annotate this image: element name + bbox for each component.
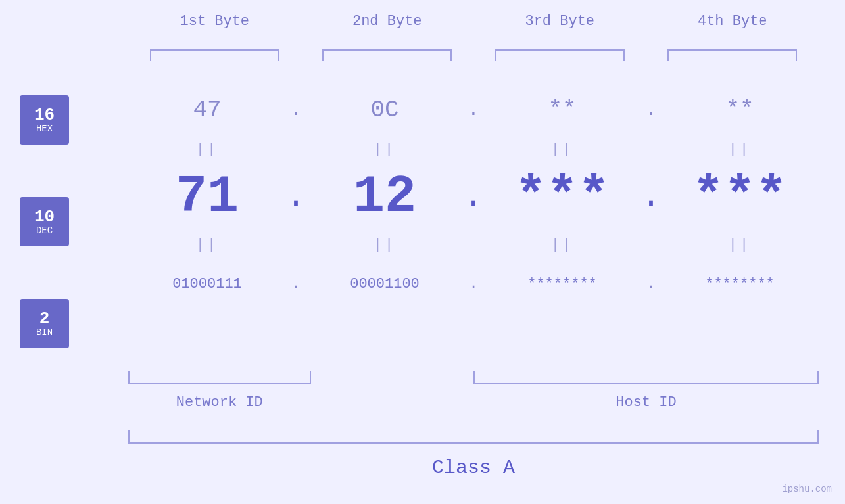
eq1-b2: || [306, 141, 464, 158]
eq2-b4: || [661, 237, 819, 253]
host-bracket [473, 371, 819, 384]
byte4-header: 4th Byte [646, 13, 819, 30]
watermark: ipshu.com [782, 484, 832, 494]
eq2-spacer3 [641, 230, 661, 260]
eq1-spacer3 [641, 135, 661, 164]
top-bracket-2 [322, 49, 452, 61]
byte2-header: 2nd Byte [301, 13, 474, 30]
hex-badge: 16 HEX [20, 95, 69, 145]
top-bracket-3 [495, 49, 625, 61]
dec-dot2: . [464, 181, 483, 214]
dec-dot1: . [286, 181, 306, 214]
class-bracket [128, 430, 819, 444]
bin-dot1: . [286, 276, 306, 292]
hex-b1: 47 [128, 97, 286, 124]
top-brackets [128, 49, 819, 61]
main-container: 1st Byte 2nd Byte 3rd Byte 4th Byte 16 H… [0, 0, 845, 504]
top-bracket-1 [150, 49, 279, 61]
eq1-b1: || [128, 141, 286, 158]
eq1-spacer1 [286, 135, 306, 164]
dec-row: 71 . 12 . *** . *** [128, 164, 819, 230]
byte1-header: 1st Byte [128, 13, 301, 30]
dec-b3: *** [483, 171, 641, 223]
network-bracket [128, 371, 311, 384]
hex-b3: ** [483, 97, 641, 124]
eq1-b4: || [661, 141, 819, 158]
byte-headers: 1st Byte 2nd Byte 3rd Byte 4th Byte [128, 13, 819, 30]
dec-b1: 71 [128, 171, 286, 223]
base-labels: 16 HEX 10 DEC 2 BIN [20, 95, 69, 401]
dec-dot3: . [641, 181, 661, 214]
hex-row: 47 . 0C . ** . ** [128, 85, 819, 135]
dec-b4: *** [661, 171, 819, 223]
bin-b2: 00001100 [306, 276, 464, 292]
rows-container: 47 . 0C . ** . ** || || || || 71 . 12 . … [128, 85, 819, 309]
byte3-header: 3rd Byte [473, 13, 646, 30]
bin-dot3: . [641, 276, 661, 292]
hex-b2: 0C [306, 97, 464, 124]
dec-badge: 10 DEC [20, 197, 69, 246]
hex-dot3: . [641, 100, 661, 120]
eq2-b3: || [483, 237, 641, 253]
hex-dot1: . [286, 100, 306, 120]
id-labels: Network ID Host ID [128, 394, 819, 411]
eq1-spacer2 [464, 135, 483, 164]
class-label: Class A [128, 457, 819, 479]
bin-dot2: . [464, 276, 483, 292]
eq-row-2: || || || || [128, 230, 819, 260]
bin-badge: 2 BIN [20, 299, 69, 348]
bin-b1: 01000111 [128, 276, 286, 292]
hex-dot2: . [464, 100, 483, 120]
hex-b4: ** [661, 97, 819, 124]
bin-b3: ******** [483, 276, 641, 292]
dec-b2: 12 [306, 171, 464, 223]
network-id-label: Network ID [128, 394, 311, 411]
bin-row: 01000111 . 00001100 . ******** . *******… [128, 260, 819, 309]
bin-b4: ******** [661, 276, 819, 292]
eq2-spacer2 [464, 230, 483, 260]
eq2-b1: || [128, 237, 286, 253]
bottom-brackets [128, 371, 819, 384]
eq-row-1: || || || || [128, 135, 819, 164]
top-bracket-4 [667, 49, 797, 61]
eq2-b2: || [306, 237, 464, 253]
eq1-b3: || [483, 141, 641, 158]
eq2-spacer1 [286, 230, 306, 260]
host-id-label: Host ID [473, 394, 819, 411]
